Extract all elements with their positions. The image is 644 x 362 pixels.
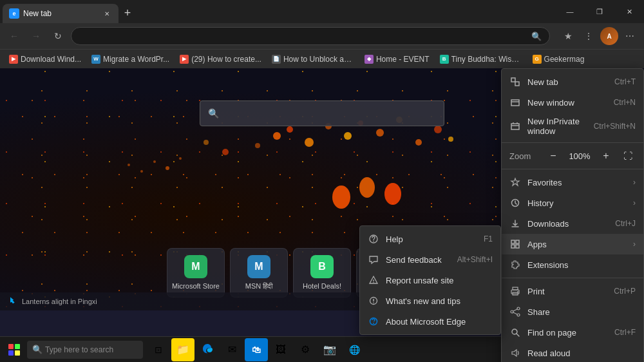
submenu-unsafe-icon xyxy=(368,274,379,286)
address-search-icon: 🔍 xyxy=(531,32,542,41)
menu-history[interactable]: History › xyxy=(502,193,643,213)
menu-apps-label: Apps xyxy=(527,240,627,249)
quicklink-msn[interactable]: M MSN हिंदी xyxy=(230,248,288,298)
menu-find-shortcut: Ctrl+F xyxy=(614,328,636,337)
zoom-value: 100% xyxy=(565,151,594,161)
quicklink-label-1: Microsoft Store xyxy=(170,282,222,290)
profile-button[interactable]: A xyxy=(600,27,618,45)
bookmarks-bar: ▶ Download Wind... W Migrate a WordPr...… xyxy=(0,49,644,68)
submenu-whats-new[interactable]: What's new and tips xyxy=(360,291,500,311)
svg-rect-31 xyxy=(515,82,519,86)
svg-point-47 xyxy=(517,307,520,310)
menu-find[interactable]: Find on page Ctrl+F xyxy=(502,322,643,343)
settings-more-button[interactable]: ⋯ xyxy=(621,27,639,45)
bookmark-1-label: Download Wind... xyxy=(21,55,81,64)
new-tab-button[interactable]: + xyxy=(118,4,137,22)
zoom-label: Zoom xyxy=(509,151,542,161)
taskbar-search[interactable]: 🔍 Type here to search xyxy=(27,341,143,359)
bookmark-4[interactable]: 📄 How to Unblock an... xyxy=(268,53,358,65)
extra-icon[interactable]: 🌐 xyxy=(343,338,366,361)
zoom-plus-button[interactable]: + xyxy=(598,148,614,164)
file-explorer-icon[interactable]: 📁 xyxy=(171,338,194,361)
svg-rect-40 xyxy=(516,240,519,243)
tab-bar: e New tab ✕ + — ❐ ✕ xyxy=(0,0,644,23)
menu-new-window-label: New window xyxy=(527,98,607,108)
menu-history-icon xyxy=(509,197,521,209)
quicklink-microsoft-store[interactable]: M Microsoft Store xyxy=(167,248,225,298)
menu-favorites[interactable]: Favorites › xyxy=(502,172,643,193)
submenu-report-unsafe[interactable]: Report unsafe site xyxy=(360,270,500,291)
collections-icon[interactable]: ⋮ xyxy=(580,27,598,45)
bookmark-1[interactable]: ▶ Download Wind... xyxy=(5,53,85,65)
svg-point-46 xyxy=(517,291,518,292)
forward-button[interactable]: → xyxy=(27,27,45,45)
tab-close-button[interactable]: ✕ xyxy=(102,8,112,19)
submenu-feedback[interactable]: Send feedback Alt+Shift+I xyxy=(360,249,500,270)
close-button[interactable]: ✕ xyxy=(614,3,644,21)
mail-icon[interactable]: ✉ xyxy=(220,338,243,361)
restore-button[interactable]: ❐ xyxy=(585,3,614,21)
bookmark-2[interactable]: W Migrate a WordPr... xyxy=(88,53,173,65)
menu-apps[interactable]: Apps › xyxy=(502,234,643,254)
menu-share[interactable]: Share xyxy=(502,301,643,322)
bookmark-7-favicon: G xyxy=(533,55,542,64)
submenu-about-icon xyxy=(368,316,379,327)
task-view-button[interactable]: ⊡ xyxy=(147,338,170,361)
start-button[interactable] xyxy=(3,338,26,361)
menu-share-label: Share xyxy=(527,307,636,317)
quicklink-icon-1: M xyxy=(184,255,207,278)
menu-divider-2 xyxy=(502,169,643,169)
svg-rect-43 xyxy=(513,287,518,290)
back-button[interactable]: ← xyxy=(5,27,23,45)
bookmark-2-label: Migrate a WordPr... xyxy=(103,55,169,64)
quicklink-icon-2: M xyxy=(247,255,270,278)
menu-downloads[interactable]: Downloads Ctrl+J xyxy=(502,213,643,234)
search-box[interactable]: 🔍 xyxy=(200,100,444,126)
submenu-help-icon xyxy=(368,233,379,245)
quicklink-icon-3: B xyxy=(310,255,334,278)
menu-history-label: History xyxy=(527,198,627,208)
zoom-fullscreen-button[interactable]: ⛶ xyxy=(620,148,636,164)
minimize-button[interactable]: — xyxy=(555,3,585,21)
menu-inprivate[interactable]: New InPrivate window Ctrl+Shift+N xyxy=(502,113,643,140)
search-input[interactable] xyxy=(219,108,436,119)
store-icon[interactable]: 🛍 xyxy=(245,338,268,361)
camera-icon[interactable]: 📷 xyxy=(318,338,341,361)
menu-new-tab[interactable]: New tab Ctrl+T xyxy=(502,71,643,92)
menu-read-aloud[interactable]: Read aloud xyxy=(502,343,643,362)
address-bar: ← → ↻ 🔍 ★ ⋮ A ⋯ xyxy=(0,23,644,49)
bookmark-4-favicon: 📄 xyxy=(272,55,281,64)
bookmark-6-label: Tiny Buddha: Wisdo... xyxy=(451,55,522,64)
win-logo-q4 xyxy=(15,350,20,356)
zoom-minus-button[interactable]: − xyxy=(545,148,561,164)
win-logo-q3 xyxy=(8,350,14,356)
help-submenu: Help F1 Send feedback Alt+Shift+I Report… xyxy=(359,225,501,335)
bookmark-3[interactable]: ▶ (29) How to create... xyxy=(176,53,265,65)
submenu-about[interactable]: About Microsoft Edge xyxy=(360,311,500,332)
bookmark-5[interactable]: ◆ Home - EVENT xyxy=(361,53,433,65)
menu-divider-3 xyxy=(502,278,643,278)
photos-icon[interactable]: 🖼 xyxy=(269,338,292,361)
submenu-help[interactable]: Help F1 xyxy=(360,229,500,249)
menu-extensions[interactable]: Extensions xyxy=(502,254,643,275)
menu-favorites-arrow: › xyxy=(633,178,636,187)
settings-taskbar-icon[interactable]: ⚙ xyxy=(294,338,317,361)
bookmark-3-label: (29) How to create... xyxy=(191,55,261,64)
svg-line-51 xyxy=(513,312,517,314)
menu-new-tab-shortcut: Ctrl+T xyxy=(614,77,636,86)
menu-inprivate-label: New InPrivate window xyxy=(527,117,587,136)
active-tab[interactable]: e New tab ✕ xyxy=(3,4,118,23)
address-input[interactable]: 🔍 xyxy=(71,27,550,45)
bookmark-7[interactable]: G Geekermag xyxy=(529,53,589,65)
bing-icon xyxy=(8,296,18,307)
menu-print[interactable]: Print Ctrl+P xyxy=(502,281,643,301)
refresh-button[interactable]: ↻ xyxy=(49,27,67,45)
favorites-icon[interactable]: ★ xyxy=(559,27,577,45)
svg-rect-30 xyxy=(511,78,515,82)
menu-history-arrow: › xyxy=(633,198,636,207)
bookmark-6[interactable]: B Tiny Buddha: Wisdo... xyxy=(436,53,526,65)
menu-downloads-label: Downloads xyxy=(527,219,609,229)
menu-new-window[interactable]: New window Ctrl+N xyxy=(502,92,643,113)
quicklink-hotel[interactable]: B Hotel Deals! xyxy=(293,248,351,298)
edge-icon[interactable] xyxy=(196,338,219,361)
